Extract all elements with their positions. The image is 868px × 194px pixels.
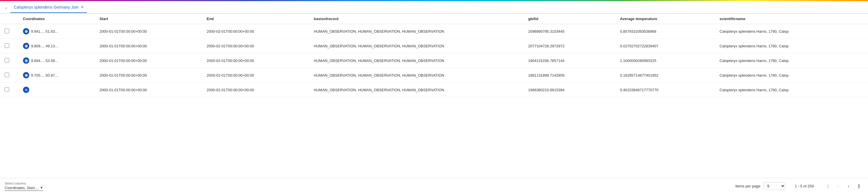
row-4-checkbox-cell (0, 83, 19, 97)
bottom-toolbar: Select columns Coordinates, Start,... ▼ … (0, 178, 868, 194)
tab-label: Calopteryx splendens Germany Join (14, 5, 79, 9)
table-row: ⊕9.694..., 53.58...2000-01-01T00:00:00+0… (0, 53, 868, 68)
row-1-end: 2000-02-01T00:00:00+00:00 (202, 39, 309, 53)
row-2-checkbox-cell (0, 53, 19, 68)
nav-buttons: ⟪ ‹ › ⟫ (823, 182, 863, 191)
row-4-scientificname: Calopteryx splendens Harris, 1780, Calop (715, 83, 868, 97)
table-row: ⊕9.941..., 51.63...2000-01-01T00:00:00+0… (0, 24, 868, 39)
row-1-scientificname: Calopteryx splendens Harris, 1780, Calop (715, 39, 868, 53)
table-row: ⊕2000-01-01T00:00:00+00:002000-02-01T00:… (0, 83, 868, 97)
top-bar: ⌄ Calopteryx splendens Germany Join × (0, 1, 868, 14)
row-4-gbifid: 1966380210.6615384 (524, 83, 615, 97)
row-4-coordinates: ⊕ (19, 83, 95, 97)
row-0-end: 2000-02-01T00:00:00+00:00 (202, 24, 309, 39)
select-columns-arrow-icon: ▼ (40, 186, 43, 189)
row-1-gbifid: 2077104728.2972972 (524, 39, 615, 53)
row-1-coord-text: 9.809..., 49.13... (31, 44, 58, 48)
row-2-gbifid: 1904131036.7857144 (524, 53, 615, 68)
row-0-start: 2000-01-01T00:00:00+00:00 (95, 24, 202, 39)
row-3-average-temperature: 0.16285714677401952 (615, 68, 715, 83)
header-basisofrecord[interactable]: basisofrecord (309, 14, 524, 24)
page-wrapper: ⌄ Calopteryx splendens Germany Join × Co (0, 0, 868, 194)
header-checkbox (0, 14, 19, 24)
nav-last-button[interactable]: ⟫ (854, 182, 863, 191)
select-columns-label: Select columns (5, 182, 43, 185)
row-0-basisofrecord: HUMAN_OBSERVATION, HUMAN_OBSERVATION, HU… (309, 24, 524, 39)
row-3-checkbox[interactable] (5, 73, 9, 77)
row-3-end: 2000-02-01T00:00:00+00:00 (202, 68, 309, 83)
pagination-controls: Items per page: 5 10 25 50 100 1 - 5 of … (735, 182, 863, 191)
active-tab[interactable]: Calopteryx splendens Germany Join × (10, 2, 87, 13)
row-0-checkbox-cell (0, 24, 19, 39)
row-0-coord-text: 9.941..., 51.63... (31, 29, 58, 34)
table-container: Coordinates Start End basisofrecord gbif… (0, 14, 868, 178)
data-table: Coordinates Start End basisofrecord gbif… (0, 14, 868, 97)
row-2-coord-text: 9.694..., 53.58... (31, 59, 58, 63)
row-1-checkbox-cell (0, 39, 19, 53)
compass-icon: ⊕ (23, 87, 29, 93)
row-1-checkbox[interactable] (5, 43, 9, 48)
chevron-down-icon[interactable]: ⌄ (5, 5, 8, 9)
select-columns-value-text: Coordinates, Start,... (5, 186, 39, 190)
items-per-page: Items per page: 5 10 25 50 100 (735, 182, 785, 190)
row-3-coord-text: 9.705..., 50.87... (31, 73, 58, 77)
header-scientificname[interactable]: scientificname (715, 14, 868, 24)
header-gbifid[interactable]: gbifid (524, 14, 615, 24)
row-4-start: 2000-01-01T00:00:00+00:00 (95, 83, 202, 97)
table-row: ⊕9.705..., 50.87...2000-01-01T00:00:00+0… (0, 68, 868, 83)
row-0-average-temperature: 0.8579310393538968 (615, 24, 715, 39)
row-4-average-temperature: 0.40153846717770770 (615, 83, 715, 97)
row-1-average-temperature: 0.02702702722839407 (615, 39, 715, 53)
compass-icon: ⊕ (23, 28, 29, 34)
row-2-start: 2000-01-01T00:00:00+00:00 (95, 53, 202, 68)
row-3-basisofrecord: HUMAN_OBSERVATION, HUMAN_OBSERVATION, HU… (309, 68, 524, 83)
nav-first-button[interactable]: ⟪ (823, 182, 832, 191)
row-3-coordinates: ⊕9.705..., 50.87... (19, 68, 95, 83)
row-1-basisofrecord: HUMAN_OBSERVATION, HUMAN_OBSERVATION, HU… (309, 39, 524, 53)
compass-icon: ⊕ (23, 57, 29, 64)
row-0-scientificname: Calopteryx splendens Harris, 1780, Calop (715, 24, 868, 39)
nav-next-button[interactable]: › (844, 182, 853, 191)
row-2-scientificname: Calopteryx splendens Harris, 1780, Calop (715, 53, 868, 68)
items-per-page-label: Items per page: (735, 184, 761, 188)
tab-close-icon[interactable]: × (81, 5, 84, 9)
row-4-checkbox[interactable] (5, 87, 9, 92)
row-1-coordinates: ⊕9.809..., 49.13... (19, 39, 95, 53)
row-3-gbifid: 1881131899.7142856 (524, 68, 615, 83)
table-header-row: Coordinates Start End basisofrecord gbif… (0, 14, 868, 24)
row-4-basisofrecord: HUMAN_OBSERVATION, HUMAN_OBSERVATION, HU… (309, 83, 524, 97)
row-2-coordinates: ⊕9.694..., 53.58... (19, 53, 95, 68)
row-2-basisofrecord: HUMAN_OBSERVATION, HUMAN_OBSERVATION, HU… (309, 53, 524, 68)
row-3-checkbox-cell (0, 68, 19, 83)
row-3-scientificname: Calopteryx splendens Harris, 1780, Calop (715, 68, 868, 83)
compass-icon: ⊕ (23, 72, 29, 78)
row-0-gbifid: 2096890795.3103445 (524, 24, 615, 39)
select-columns-dropdown[interactable]: Coordinates, Start,... ▼ (5, 186, 43, 191)
row-1-start: 2000-01-01T00:00:00+00:00 (95, 39, 202, 53)
compass-icon: ⊕ (23, 43, 29, 49)
select-columns-control: Select columns Coordinates, Start,... ▼ (5, 182, 43, 191)
page-info: 1 - 5 of 259 (790, 184, 818, 188)
table-row: ⊕9.809..., 49.13...2000-01-01T00:00:00+0… (0, 39, 868, 53)
header-average-temperature[interactable]: Average temperature (615, 14, 715, 24)
row-3-start: 2000-01-01T00:00:00+00:00 (95, 68, 202, 83)
per-page-select[interactable]: 5 10 25 50 100 (764, 182, 785, 190)
nav-prev-button[interactable]: ‹ (834, 182, 843, 191)
row-2-checkbox[interactable] (5, 58, 9, 63)
row-2-average-temperature: 1.1000000280993325 (615, 53, 715, 68)
row-0-coordinates: ⊕9.941..., 51.63... (19, 24, 95, 39)
row-2-end: 2000-02-01T00:00:00+00:00 (202, 53, 309, 68)
header-coordinates[interactable]: Coordinates (19, 14, 95, 24)
row-0-checkbox[interactable] (5, 29, 9, 33)
header-end[interactable]: End (202, 14, 309, 24)
row-4-end: 2000-02-01T00:00:00+00:00 (202, 83, 309, 97)
header-start[interactable]: Start (95, 14, 202, 24)
